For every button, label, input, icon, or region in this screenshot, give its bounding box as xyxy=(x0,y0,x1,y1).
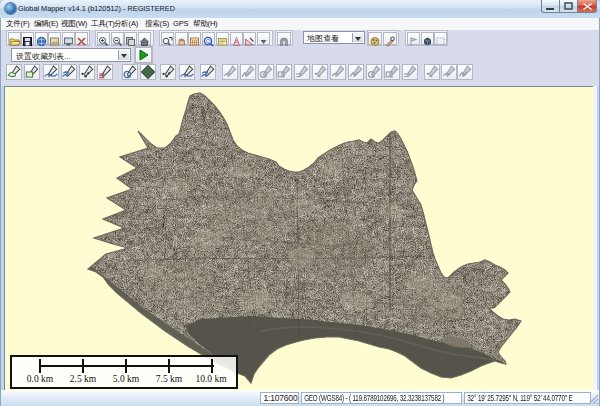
svg-text:Q: Q xyxy=(206,38,211,44)
